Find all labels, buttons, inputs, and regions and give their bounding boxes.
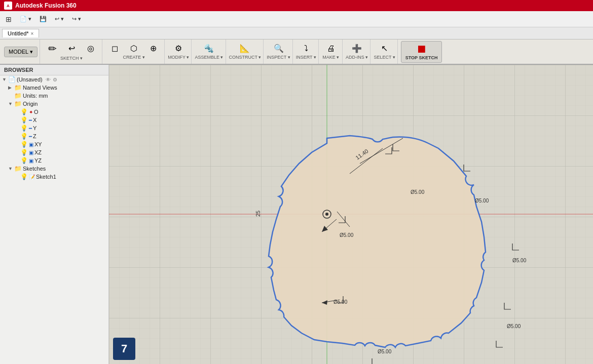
insert-btn1[interactable]: ⤵ [297, 44, 315, 54]
app-title: Autodesk Fusion 360 [15, 2, 77, 9]
tab-close-button[interactable]: × [31, 31, 34, 36]
sketch-group-label: SKETCH ▾ [60, 56, 83, 61]
tree-item-named-views[interactable]: ▶ 📁 Named Views [0, 84, 108, 92]
redo-arrow: ▾ [78, 16, 81, 22]
untitled-tab[interactable]: Untitled* × [2, 29, 39, 37]
stop-sketch-label: STOP SKETCH [405, 55, 438, 60]
save-button[interactable]: 💾 [37, 15, 49, 23]
stop-sketch-button[interactable]: ⏹ STOP SKETCH [401, 41, 442, 63]
create-icon2: ⬡ [130, 45, 137, 53]
tree-item-sketches[interactable]: ▼ 📁 Sketches [0, 165, 108, 173]
axis-icon-x: ━ [29, 117, 32, 123]
axis-icon-z: ━ [29, 134, 32, 139]
tree-item-x[interactable]: 💡 ━ X [0, 116, 108, 124]
eye-icon: 👁 [46, 77, 51, 83]
make-group: 🖨 MAKE ▾ [320, 39, 343, 64]
bulb-icon-y: 💡 [20, 125, 28, 132]
sketch-sub1-icon: ↩ [68, 45, 75, 53]
create-group: ◻ ⬡ ⊕ CREATE ▾ [103, 39, 165, 64]
inspect-icon1: 🔍 [274, 45, 284, 53]
addins-group: ➕ ADD-INS ▾ [344, 39, 371, 64]
grid-menu-button[interactable]: ⊞ [3, 14, 14, 24]
tree-item-xy[interactable]: 💡 ▣ XY [0, 140, 108, 148]
save-icon: 💾 [40, 16, 47, 22]
undo-button[interactable]: ↩ ▾ [52, 15, 66, 23]
o-label: O [34, 109, 39, 115]
sidebar: BROWSER ▼ 📄 (Unsaved) 👁 ⚙ ▶ 📁 Named View… [0, 65, 109, 364]
canvas[interactable]: 11.40 Ø5.00 Ø5.00 Ø5.00 Ø5.00 Ø5.00 Ø5.0… [109, 65, 593, 364]
plane-icon-xy: ▣ [29, 142, 33, 147]
tree-item-sketch1[interactable]: 💡 📝 Sketch1 [0, 173, 108, 181]
addins-btn1[interactable]: ➕ [348, 44, 366, 54]
point-icon-o: ✦ [29, 109, 33, 115]
create-btn1[interactable]: ◻ [105, 44, 124, 54]
tree-item-units[interactable]: 📁 Units: mm [0, 92, 108, 100]
app-icon: A [4, 2, 12, 10]
svg-text:Ø5.00: Ø5.00 [340, 232, 354, 238]
assemble-btn1[interactable]: 🔩 [200, 44, 218, 54]
select-group: ↖ SELECT ▾ [372, 39, 397, 64]
tree-item-xz[interactable]: 💡 ▣ XZ [0, 148, 108, 156]
undo-icon: ↩ [55, 16, 59, 22]
select-icon1: ↖ [381, 45, 388, 53]
x-label: X [33, 117, 36, 123]
tree-item-origin[interactable]: ▼ 📁 Origin [0, 100, 108, 108]
expand-icon-nv: ▶ [8, 85, 13, 90]
redo-button[interactable]: ↪ ▾ [69, 15, 84, 23]
svg-point-22 [325, 213, 328, 216]
settings-icon: ⚙ [53, 77, 57, 83]
z-label: Z [33, 133, 36, 139]
assemble-group: 🔩 ASSEMBLE ▾ [193, 39, 226, 64]
units-label: Units: mm [23, 93, 48, 99]
tree-item-yz[interactable]: 💡 ▣ YZ [0, 156, 108, 165]
sketch-group: ✏ ↩ ◎ SKETCH ▾ [41, 39, 102, 64]
sketch-sub1[interactable]: ↩ [62, 44, 81, 54]
file-button[interactable]: 📄 ▾ [17, 15, 34, 23]
svg-text:Ø5.00: Ø5.00 [333, 299, 348, 305]
xz-label: XZ [34, 149, 42, 155]
create-btn2[interactable]: ⬡ [125, 44, 143, 54]
folder-icon-origin: 📁 [14, 100, 22, 107]
tree-item-o[interactable]: 💡 ✦ O [0, 108, 108, 116]
bulb-icon-sk1: 💡 [20, 173, 28, 180]
toolbar-row1: ⊞ 📄 ▾ 💾 ↩ ▾ ↪ ▾ [0, 11, 593, 27]
tab-label: Untitled* [8, 30, 29, 36]
make-icon1: 🖨 [327, 45, 335, 53]
modify-btn1[interactable]: ⚙ [169, 44, 188, 54]
select-group-label: SELECT ▾ [374, 55, 395, 60]
sketch-main-button[interactable]: ✏ [43, 43, 61, 55]
select-btn1[interactable]: ↖ [376, 44, 394, 54]
undo-arrow: ▾ [61, 16, 64, 22]
insert-group-label: INSERT ▾ [296, 55, 316, 60]
construct-btn1[interactable]: 📐 [236, 44, 254, 54]
model-group: MODEL ▾ [2, 39, 40, 64]
modify-icon1: ⚙ [175, 45, 182, 53]
yz-label: YZ [34, 157, 42, 164]
svg-text:Ø5.00: Ø5.00 [378, 349, 392, 354]
grid-icon: ⊞ [6, 15, 12, 23]
addins-group-label: ADD-INS ▾ [346, 55, 368, 60]
bulb-icon-o: 💡 [20, 108, 28, 115]
plane-icon-xz: ▣ [29, 150, 33, 155]
make-group-label: MAKE ▾ [322, 55, 339, 60]
unsaved-label: (Unsaved) [17, 76, 43, 83]
insert-icon1: ⤵ [304, 45, 308, 53]
tree-item-z[interactable]: 💡 ━ Z [0, 132, 108, 140]
inspect-group-label: INSPECT ▾ [267, 55, 290, 60]
sketch1-label: Sketch1 [36, 174, 56, 180]
ribbon: MODEL ▾ ✏ ↩ ◎ SKETCH ▾ ◻ ⬡ ⊕ [0, 39, 593, 65]
assemble-icon1: 🔩 [204, 45, 214, 53]
svg-text:Ø5.00: Ø5.00 [475, 198, 489, 204]
stop-sketch-icon: ⏹ [416, 44, 427, 55]
title-bar: A Autodesk Fusion 360 [0, 0, 593, 11]
tree-item-unsaved[interactable]: ▼ 📄 (Unsaved) 👁 ⚙ [0, 75, 108, 84]
named-views-label: Named Views [23, 85, 57, 91]
create-btn3[interactable]: ⊕ [144, 44, 162, 54]
sketch-sub2[interactable]: ◎ [82, 44, 100, 54]
modify-group-label: MODIFY ▾ [168, 55, 189, 60]
model-dropdown[interactable]: MODEL ▾ [4, 47, 38, 57]
inspect-btn1[interactable]: 🔍 [270, 44, 288, 54]
tree-item-y[interactable]: 💡 ━ Y [0, 124, 108, 132]
make-btn1[interactable]: 🖨 [322, 44, 340, 54]
folder-icon-nv: 📁 [14, 84, 22, 91]
